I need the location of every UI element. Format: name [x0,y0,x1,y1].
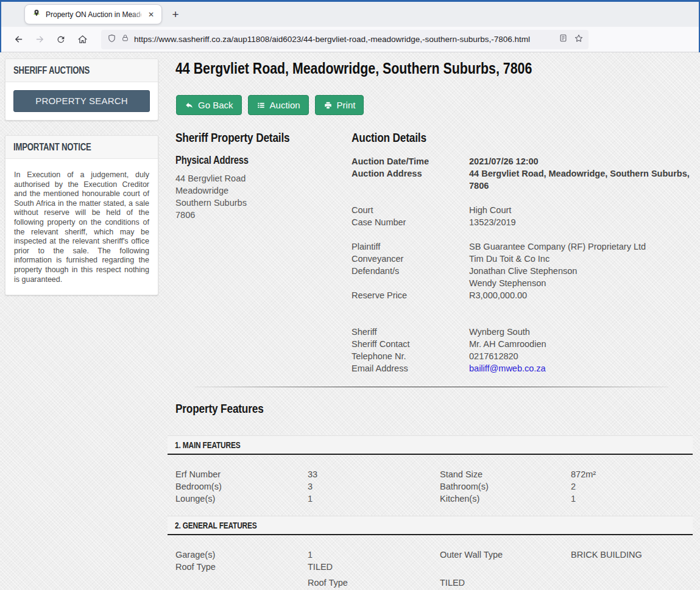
auction-label: Auction [270,100,300,110]
go-back-button[interactable]: Go Back [176,95,242,115]
reader-mode-icon[interactable] [559,33,568,45]
court-row: Court High Court [352,204,693,216]
new-tab-button[interactable]: + [167,6,184,23]
url-bar[interactable]: https://www.sasheriff.co.za/aup11808/aid… [101,30,589,49]
table-row: Bedroom(s) 3 Bathroom(s) 2 [168,480,693,493]
important-notice-panel: IMPORTANT NOTICE In Execution of a judge… [5,135,158,295]
reserve-price-row: Reserve Price R3,000,000.00 [352,289,693,301]
list-icon [256,101,266,110]
property-details-heading: Sheriff Property Details [175,130,289,145]
email-link[interactable]: bailiff@mweb.co.za [469,363,546,373]
lock-icon[interactable] [121,33,129,45]
forward-button[interactable] [30,30,49,49]
general-features-bar: 2. GENERAL FEATURES [168,516,693,535]
browser-tab[interactable]: Property ON Auction in Meadowridge ✕ [24,4,162,24]
sheriff-auctions-panel: SHERIFF AUCTIONS PROPERTY SEARCH [5,58,158,121]
table-row: Garage(s) 1 Outer Wall Type BRICK BUILDI… [168,549,693,561]
reload-button[interactable] [51,30,71,49]
auction-address-row: Auction Address 44 Bergvliet Road, Meado… [352,167,693,192]
section-divider [195,387,668,387]
printer-icon [323,101,333,110]
tab-title: Property ON Auction in Meadowridge [46,10,141,19]
auction-details-heading: Auction Details [352,130,426,145]
action-buttons: Go Back Auction Print [168,95,693,115]
url-text[interactable]: https://www.sasheriff.co.za/aup11808/aid… [134,35,554,44]
sheriff-contact-row: Sheriff Contact Mr. AH Camroodien [352,338,693,350]
browser-chrome: Property ON Auction in Meadowridge ✕ + [0,0,700,52]
telephone-row: Telephone Nr. 0217612820 [352,350,693,362]
page-content: SHERIFF AUCTIONS PROPERTY SEARCH IMPORTA… [0,52,700,590]
map-pin-favicon [32,9,41,21]
important-notice-title: IMPORTANT NOTICE [13,142,91,153]
important-notice-text: In Execution of a judgement, duly author… [13,167,150,287]
browser-window: Property ON Auction in Meadowridge ✕ + [0,0,700,590]
table-row: Roof Type TILED [168,577,693,589]
auction-details: Auction Details Auction Date/Time 2021/0… [352,128,693,374]
physical-address-heading: Physical Address [175,154,249,167]
print-button[interactable]: Print [315,95,364,115]
sheriff-auctions-header: SHERIFF AUCTIONS [5,59,158,82]
auction-button[interactable]: Auction [248,95,309,115]
main-features-title: 1. MAIN FEATURES [175,440,240,450]
property-search-button[interactable]: PROPERTY SEARCH [13,90,150,112]
sidebar: SHERIFF AUCTIONS PROPERTY SEARCH IMPORTA… [5,58,158,310]
main-content: 44 Bergvliet Road, Meadowridge, Southern… [168,57,693,590]
defendant-row: Defendant/s Jonathan Clive Stephenson We… [352,265,693,289]
back-button[interactable] [9,30,28,49]
table-row: Lounge(s) 1 Kitchen(s) 1 [168,493,693,505]
shield-icon[interactable] [107,33,116,46]
address-line: 44 Bergvliet Road [175,172,352,184]
home-button[interactable] [72,30,92,49]
main-features-bar: 1. MAIN FEATURES [168,435,693,455]
tab-close-icon[interactable]: ✕ [146,9,157,20]
property-features-heading: Property Features [175,401,264,416]
go-back-label: Go Back [198,100,233,110]
physical-address: 44 Bergvliet Road Meadowridge Southern S… [175,172,352,221]
address-line: Meadowridge [175,184,352,197]
main-features-table: Erf Number 33 Stand Size 872m² Bedroom(s… [168,455,693,514]
sheriff-auctions-title: SHERIFF AUCTIONS [13,65,90,76]
defendant-1: Jonathan Clive Stephenson [469,265,693,277]
print-label: Print [337,100,356,110]
email-row: Email Address bailiff@mweb.co.za [352,362,693,374]
table-row: Roof Type TILED [168,561,693,573]
bookmark-star-icon[interactable] [574,33,584,46]
sheriff-property-details: Sheriff Property Details Physical Addres… [168,128,352,374]
tab-title-fade [131,5,147,24]
defendant-2: Wendy Stephenson [469,277,693,289]
general-features-table: Garage(s) 1 Outer Wall Type BRICK BUILDI… [168,535,693,590]
back-arrow-icon [185,101,194,110]
table-row: Erf Number 33 Stand Size 872m² [168,468,693,480]
important-notice-header: IMPORTANT NOTICE [5,136,158,159]
plaintiff-row: Plaintiff SB Guarantee Company (RF) Prop… [352,241,693,253]
address-line: Southern Suburbs [175,197,352,209]
sheriff-row: Sheriff Wynberg South [352,326,693,338]
page-title: 44 Bergvliet Road, Meadowridge, Southern… [175,58,532,78]
tab-bar: Property ON Auction in Meadowridge ✕ + [1,2,699,27]
navigation-toolbar: https://www.sasheriff.co.za/aup11808/aid… [1,27,699,52]
general-features-title: 2. GENERAL FEATURES [175,521,257,530]
auction-date-row: Auction Date/Time 2021/07/26 12:00 [352,155,693,167]
conveyancer-row: Conveyancer Tim Du Toit & Co Inc [352,253,693,265]
case-number-row: Case Number 13523/2019 [352,216,693,228]
address-line: 7806 [175,209,352,221]
